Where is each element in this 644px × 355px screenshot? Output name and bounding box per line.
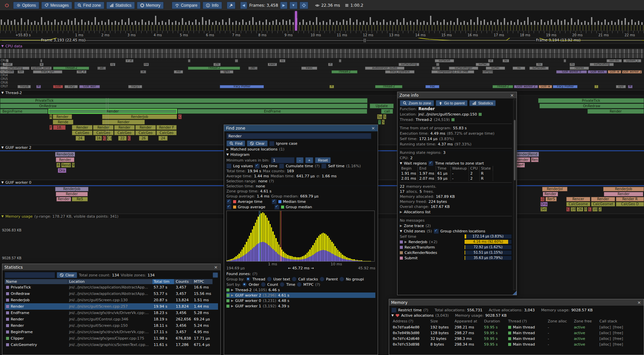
timeline-zone[interactable]: RenderJob [603, 187, 644, 191]
frame-bar[interactable] [339, 22, 341, 25]
timeline-zone[interactable]: Rend [61, 163, 71, 168]
frame-bar[interactable] [564, 19, 566, 25]
scrollbar-thumb[interactable] [514, 120, 516, 180]
cpu-zone[interactable]: Trac [425, 85, 439, 88]
frame-bar[interactable] [316, 17, 317, 25]
allocation-address[interactable]: 0x7dfaa64e00 [391, 325, 429, 330]
cpu-zone[interactable]: M [36, 85, 41, 88]
frame-bar[interactable] [313, 22, 314, 25]
frame-b-label[interactable]: Frame 3,194 (13.92 ms) [536, 38, 581, 42]
child-zones-header[interactable]: ▼Child zones(5)Group children locations [400, 228, 512, 234]
timeline-zone[interactable]: C [103, 136, 106, 141]
frame-bar[interactable] [376, 21, 378, 25]
timeline-zone[interactable]: -17 [540, 197, 545, 202]
frame-bar[interactable] [118, 22, 119, 25]
frame-bar[interactable] [571, 18, 572, 25]
timeline-zone[interactable]: EndFrame [177, 109, 367, 114]
column-header[interactable]: Time [436, 166, 451, 171]
frame-bar[interactable] [205, 21, 207, 25]
find-zone-histogram[interactable] [226, 211, 375, 262]
frame-bar[interactable] [464, 21, 465, 25]
cpu-zone[interactable]: audioserver /audio [365, 66, 405, 70]
frame-bar[interactable] [625, 18, 626, 25]
timeline-zone[interactable]: RenderJRend [514, 152, 539, 157]
statistics-button[interactable]: Statistics [469, 100, 496, 106]
increase-button[interactable]: + [305, 157, 313, 163]
zone-info-scrollbar[interactable] [513, 99, 516, 290]
tools-button[interactable] [227, 2, 235, 9]
found-zone-group[interactable]: ▶GUIF worker 1(3,192)4.39 s [226, 303, 375, 309]
timeline-zone[interactable]: Update [370, 103, 394, 108]
frame-bar[interactable] [641, 22, 643, 25]
clear-filter-button[interactable]: Clear [57, 272, 77, 278]
frame-bar[interactable] [360, 22, 361, 25]
timeline-zone[interactable]: CalcGeome [566, 202, 590, 207]
free-callstack-link[interactable]: [free] [613, 337, 623, 341]
timeline-zone[interactable]: RenderJob [102, 114, 177, 119]
frame-bar[interactable] [185, 22, 186, 25]
cpu-zone[interactable]: Thread-2 [53, 66, 89, 70]
frame-bar[interactable] [390, 21, 391, 25]
frame-bar[interactable] [4, 22, 5, 25]
cpu-zone[interactable]: w [40, 63, 44, 66]
matched-locations-row[interactable]: ▶Matched source locations(1) [226, 146, 375, 152]
collapse-icon[interactable]: ▼ [1, 215, 4, 218]
column-header-zone-free[interactable]: Zone free [573, 318, 598, 324]
frame-bar[interactable] [356, 19, 358, 25]
frame-bar[interactable] [125, 22, 126, 25]
frame-bar[interactable] [61, 21, 62, 25]
timeline-zone[interactable]: Render [72, 125, 93, 130]
column-header-zone-alloc[interactable]: Zone alloc [546, 318, 573, 324]
cpu-zone[interactable]: sy [110, 63, 115, 66]
group-by-parent-radio[interactable] [320, 277, 324, 281]
allocation-row[interactable]: 0x7dfc42d64032 bytes298.3 ms59.95 sMain … [391, 336, 641, 341]
frame-bar[interactable] [202, 17, 203, 25]
help-icon[interactable]: (?) [423, 308, 428, 312]
timeline-zone[interactable]: PrivateTick [538, 98, 644, 103]
cpu-zone[interactable]: Thread-2 [492, 85, 513, 88]
found-zone-group[interactable]: ▶GUIF worker 2(3,296)4.61 s [226, 293, 375, 298]
frame-bar[interactable] [541, 19, 542, 25]
expand-icon[interactable]: ▶ [400, 224, 402, 227]
sort-by-time-radio[interactable] [280, 282, 284, 287]
frame-bar[interactable] [91, 22, 93, 25]
log-time-checkbox[interactable] [255, 164, 260, 169]
expand-icon[interactable]: ▶ [231, 299, 233, 302]
group-by-thread-radio[interactable] [246, 277, 251, 281]
toolbar-find-zone-button[interactable]: Find zone [74, 2, 104, 9]
frame-bar[interactable] [269, 22, 270, 25]
timeline-zone[interactable]: CalcGeo [72, 130, 93, 135]
frame-bar[interactable] [400, 22, 401, 25]
frame-bar[interactable] [350, 18, 351, 25]
frame-bar[interactable] [199, 22, 200, 25]
frame-bar[interactable] [256, 22, 257, 25]
frame-bar[interactable] [591, 17, 592, 25]
frame-bar[interactable] [98, 22, 99, 25]
frame-bar[interactable] [511, 21, 512, 25]
timeline-zone[interactable]: Render [53, 114, 72, 119]
frame-bar[interactable] [31, 22, 32, 25]
alloc-callstack-link[interactable]: [alloc] [599, 342, 611, 347]
frame-bar[interactable] [135, 21, 136, 25]
timeline-zone[interactable]: Rende [53, 120, 73, 125]
decrease-button[interactable]: - [296, 157, 304, 163]
statistics-row[interactable]: CalcGeometryjni/../jni/src/claw/graphics… [5, 342, 218, 348]
expand-icon[interactable]: ▶ [231, 294, 233, 297]
frame-bar[interactable] [262, 22, 264, 25]
timeline-zone[interactable]: CalcGeo [114, 130, 135, 135]
frame-bar[interactable] [182, 18, 183, 25]
frame-bar[interactable] [323, 21, 324, 25]
collapse-icon[interactable]: ▼ [400, 229, 402, 233]
timeline-zone[interactable]: Dra [540, 202, 548, 207]
timeline-zone[interactable]: 24 [158, 136, 168, 141]
toolbar-messages-button[interactable]: Messages [41, 2, 72, 9]
frame-bar[interactable] [611, 21, 612, 25]
frame-bar[interactable] [450, 21, 451, 25]
child-zone-row[interactable]: RecalcTransform72.92 µs (1.62%) [400, 245, 512, 250]
column-header[interactable]: End [418, 166, 436, 171]
toolbar-options-button[interactable]: Options [13, 2, 39, 9]
find-button[interactable]: Find [226, 140, 245, 146]
frame-bar[interactable] [162, 21, 163, 25]
collapse-icon[interactable]: ▼ [1, 181, 4, 184]
frame-a-label[interactable]: Frame 3,193 (22.45 ms) [41, 38, 86, 42]
